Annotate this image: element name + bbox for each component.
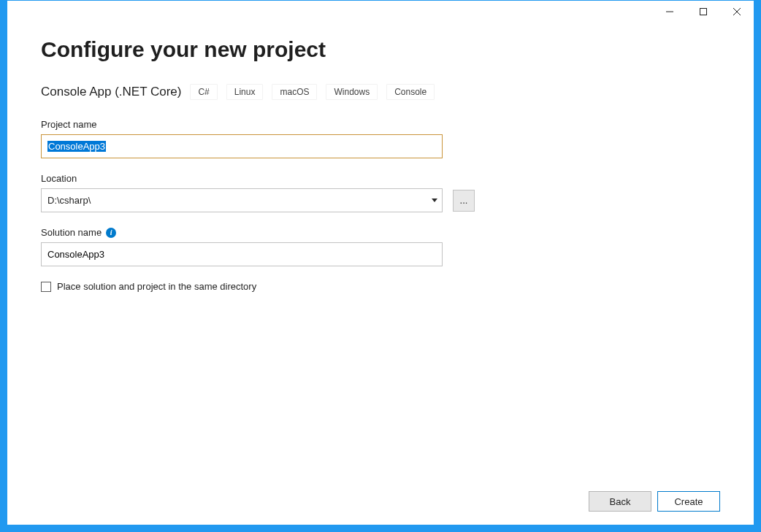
project-name-block: Project name ConsoleApp3 (41, 119, 720, 158)
maximize-icon (700, 8, 707, 15)
template-row: Console App (.NET Core) C# Linux macOS W… (41, 84, 720, 100)
create-button[interactable]: Create (657, 491, 720, 512)
tag-linux: Linux (226, 84, 264, 100)
chevron-down-icon (432, 198, 437, 202)
svg-rect-1 (700, 9, 707, 15)
maximize-button[interactable] (687, 1, 720, 23)
page-title: Configure your new project (41, 37, 720, 62)
location-combo[interactable]: D:\csharp\ (41, 188, 443, 212)
project-name-input[interactable]: ConsoleApp3 (41, 134, 443, 158)
location-label: Location (41, 173, 720, 184)
project-name-value: ConsoleApp3 (47, 141, 106, 152)
location-value: D:\csharp\ (47, 195, 91, 206)
content-area: Configure your new project Console App (… (7, 23, 754, 478)
solution-name-block: Solution name i (41, 227, 720, 266)
footer: Back Create (7, 478, 754, 525)
template-name: Console App (.NET Core) (41, 85, 181, 99)
solution-name-label: Solution name (41, 227, 102, 238)
same-dir-checkbox[interactable] (41, 282, 51, 292)
same-dir-row: Place solution and project in the same d… (41, 281, 720, 292)
minimize-button[interactable] (653, 1, 687, 23)
minimize-icon (666, 8, 673, 15)
solution-name-input[interactable] (41, 242, 443, 266)
titlebar (7, 1, 754, 23)
same-dir-label: Place solution and project in the same d… (57, 281, 256, 292)
project-name-label: Project name (41, 119, 720, 130)
info-icon[interactable]: i (106, 228, 116, 238)
tag-console: Console (386, 84, 435, 100)
dialog-window: Configure your new project Console App (… (7, 0, 754, 525)
location-block: Location D:\csharp\ ... (41, 173, 720, 212)
close-icon (733, 8, 741, 15)
back-button[interactable]: Back (589, 491, 651, 512)
browse-button[interactable]: ... (453, 190, 475, 212)
close-button[interactable] (720, 1, 754, 23)
tag-csharp: C# (190, 84, 217, 100)
tag-windows: Windows (326, 84, 378, 100)
tag-macos: macOS (272, 84, 317, 100)
